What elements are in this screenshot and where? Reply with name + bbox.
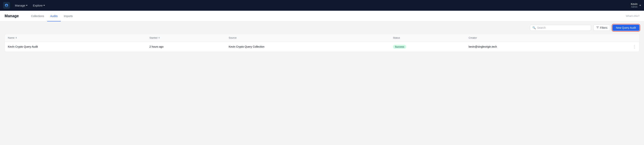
whats-this-link[interactable]: What's this?: [626, 15, 640, 18]
explore-nav-label: Explore: [33, 4, 42, 7]
col-creator: Creator: [466, 34, 600, 42]
manage-nav-item[interactable]: Manage: [13, 3, 30, 8]
col-actions: [600, 34, 639, 42]
toolbar: 🔍 Filters New Query Audit: [0, 22, 644, 34]
page-title: Manage: [4, 14, 19, 18]
row-creator: kevin@singleorigin.tech: [466, 42, 600, 52]
row-started: 2 hours ago: [146, 42, 226, 52]
new-query-audit-button[interactable]: New Query Audit: [612, 25, 640, 31]
row-status: Success: [390, 42, 466, 52]
search-icon: 🔍: [532, 26, 536, 29]
status-badge: Success: [393, 45, 406, 49]
col-status: Status: [390, 34, 466, 42]
user-menu[interactable]: Kevin Admin: [631, 3, 641, 8]
page-header: Manage Collections Audits Imports What's…: [0, 11, 644, 22]
col-name: Name: [5, 34, 146, 42]
row-name: Kevin Crypto Query Audit: [5, 42, 146, 52]
row-actions-menu[interactable]: ⋮: [600, 42, 639, 52]
search-box: 🔍: [530, 25, 591, 31]
user-info: Kevin Admin: [631, 3, 638, 8]
manage-nav-label: Manage: [15, 4, 25, 7]
tab-collections[interactable]: Collections: [28, 11, 47, 22]
explore-nav-item[interactable]: Explore: [31, 3, 47, 8]
started-sort-icon[interactable]: [158, 37, 160, 39]
user-name: Kevin: [631, 3, 638, 6]
col-started: Started: [146, 34, 226, 42]
table-header: Name Started: [5, 34, 639, 42]
row-source: Kevin Crypto Query Collection: [226, 42, 390, 52]
col-source: Source: [226, 34, 390, 42]
table-row: Kevin Crypto Query Audit 2 hours ago Kev…: [5, 42, 639, 52]
top-navigation: Manage Explore Kevin Admin: [0, 0, 644, 11]
nav-left: Manage Explore: [3, 2, 47, 9]
audits-table-container: Name Started: [4, 34, 640, 52]
tab-bar: Collections Audits Imports: [28, 11, 76, 21]
audits-table: Name Started: [5, 34, 639, 52]
filters-button[interactable]: Filters: [594, 25, 610, 31]
manage-chevron-icon: [26, 5, 28, 6]
tab-audits[interactable]: Audits: [47, 11, 61, 22]
filter-icon: [596, 26, 599, 29]
tab-imports[interactable]: Imports: [61, 11, 76, 22]
user-menu-chevron-icon: [640, 5, 641, 6]
table-body: Kevin Crypto Query Audit 2 hours ago Kev…: [5, 42, 639, 52]
explore-chevron-icon: [43, 5, 45, 6]
name-sort-icon[interactable]: [16, 37, 17, 39]
user-role: Admin: [631, 6, 638, 8]
app-logo[interactable]: [3, 2, 10, 9]
filters-label: Filters: [600, 26, 607, 29]
search-input[interactable]: [537, 26, 588, 29]
